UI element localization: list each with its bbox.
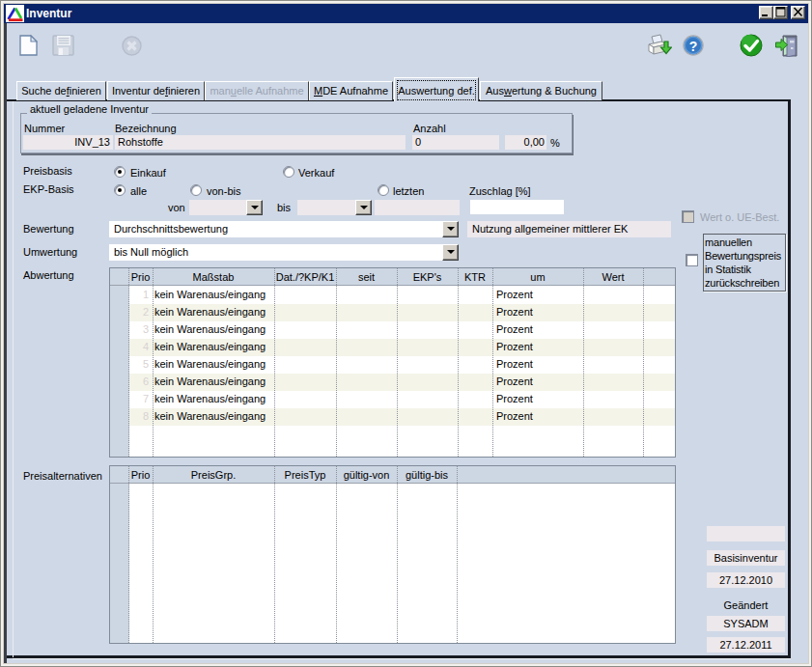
svg-text:?: ? <box>689 39 698 54</box>
